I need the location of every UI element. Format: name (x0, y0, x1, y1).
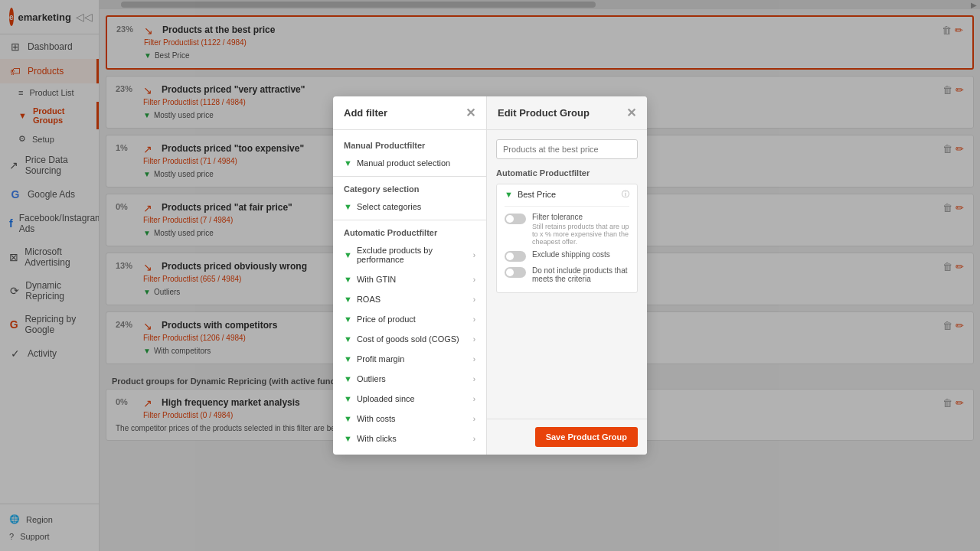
filter-main-row: ▼ Best Price ⓘ (505, 189, 629, 200)
filter-item-icon: ▼ (344, 394, 352, 403)
filter-options: Filter tolerance Still retains products … (505, 206, 629, 283)
filter-tolerance-desc: Still retains products that are up to x … (532, 223, 629, 246)
filter-item-label: Manual product selection (357, 158, 450, 168)
filter-item-label: Exclude products by performance (357, 246, 473, 264)
filter-item-left: ▼ Manual product selection (344, 158, 450, 168)
do-not-include-option: Do not include products that meets the c… (505, 266, 629, 283)
add-filter-title: Add filter (344, 107, 387, 119)
category-section-title: Category selection (333, 180, 486, 197)
exclude-shipping-option: Exclude shipping costs (505, 250, 629, 262)
auto-section-title: Automatic Productfilter (333, 223, 486, 240)
with-clicks-item[interactable]: ▼ With clicks › (333, 429, 486, 448)
edit-modal-close-button[interactable]: ✕ (626, 106, 636, 120)
filter-item-left: ▼ Outliers (344, 374, 386, 383)
info-icon: ⓘ (622, 189, 629, 200)
filter-item-label: Price of product (357, 315, 416, 324)
exclude-shipping-label: Exclude shipping costs (532, 250, 610, 259)
filter-item-left: ▼ Exclude products by performance (344, 246, 473, 264)
filter-item-icon: ▼ (344, 275, 352, 284)
filter-item-icon: ▼ (344, 158, 352, 168)
toggle-slider (505, 267, 526, 278)
edit-modal-header: Edit Product Group ✕ (487, 96, 647, 130)
filter-item-left: ▼ With clicks (344, 434, 397, 443)
filter-icon: ▼ (505, 190, 513, 199)
filter-item-label: Profit margin (357, 354, 404, 364)
modal-container: Add filter ✕ Manual Productfilter ▼ Manu… (333, 96, 647, 455)
filter-item-icon: ▼ (344, 374, 352, 383)
divider (333, 220, 486, 220)
filter-tolerance-label: Filter tolerance (532, 213, 629, 221)
toggle-slider (505, 214, 526, 224)
chevron-right-icon: › (473, 315, 475, 324)
manual-product-selection-item[interactable]: ▼ Manual product selection (333, 153, 486, 173)
filter-item-left: ▼ ROAS (344, 295, 381, 304)
profit-margin-item[interactable]: ▼ Profit margin › (333, 349, 486, 369)
filter-item-label: With GTIN (357, 275, 396, 284)
exclude-performance-item[interactable]: ▼ Exclude products by performance › (333, 240, 486, 269)
group-name-input[interactable] (496, 139, 638, 159)
filter-item-label: Select categories (357, 202, 421, 211)
filter-item-icon: ▼ (344, 354, 352, 364)
price-of-product-item[interactable]: ▼ Price of product › (333, 309, 486, 329)
filter-item-icon: ▼ (344, 295, 352, 304)
filter-item-icon: ▼ (344, 315, 352, 324)
add-filter-modal: Add filter ✕ Manual Productfilter ▼ Manu… (333, 96, 486, 455)
chevron-right-icon: › (473, 435, 475, 443)
filter-item-left: ▼ Price of product (344, 315, 416, 324)
save-product-group-button[interactable]: Save Product Group (535, 427, 638, 447)
with-gtin-item[interactable]: ▼ With GTIN › (333, 269, 486, 289)
filter-item-left: ▼ Uploaded since (344, 394, 415, 403)
chevron-right-icon: › (473, 335, 475, 344)
filter-item-label: With clicks (357, 434, 397, 443)
manual-filter-section-title: Manual Productfilter (333, 136, 486, 153)
filter-item-left: ▼ Cost of goods sold (COGS) (344, 334, 459, 344)
add-filter-modal-header: Add filter ✕ (333, 96, 486, 130)
best-price-filter: ▼ Best Price ⓘ Filter tolerance (496, 184, 638, 293)
chevron-right-icon: › (473, 415, 475, 423)
chevron-right-icon: › (473, 375, 475, 383)
filter-tolerance-toggle[interactable] (505, 214, 526, 224)
toggle-slider (505, 251, 526, 262)
filter-item-left: ▼ Select categories (344, 202, 421, 211)
filter-item-left: ▼ With GTIN (344, 275, 396, 284)
filter-option-text: Filter tolerance Still retains products … (532, 213, 629, 246)
edit-modal-title: Edit Product Group (498, 107, 590, 119)
add-filter-modal-body: Manual Productfilter ▼ Manual product se… (333, 130, 486, 455)
chevron-right-icon: › (473, 276, 475, 284)
edit-modal-body: Automatic Productfilter ▼ Best Price ⓘ (487, 130, 647, 419)
filter-tolerance-option: Filter tolerance Still retains products … (505, 213, 629, 246)
select-categories-item[interactable]: ▼ Select categories (333, 197, 486, 217)
filter-item-label: Uploaded since (357, 394, 415, 403)
edit-modal-footer: Save Product Group (487, 419, 647, 455)
chevron-right-icon: › (473, 251, 475, 259)
filter-item-icon: ▼ (344, 202, 352, 211)
filter-item-label: With costs (357, 414, 396, 423)
filter-item-icon: ▼ (344, 250, 352, 259)
do-not-include-toggle[interactable] (505, 267, 526, 278)
filter-item-left: ▼ Profit margin (344, 354, 404, 364)
edit-product-group-modal: Edit Product Group ✕ Automatic Productfi… (486, 96, 647, 455)
filter-name: Best Price (518, 190, 556, 199)
filter-item-left: ▼ With costs (344, 414, 396, 423)
add-filter-close-button[interactable]: ✕ (466, 106, 475, 120)
filter-item-label: ROAS (357, 295, 381, 304)
do-not-include-label: Do not include products that meets the c… (532, 266, 629, 283)
roas-item[interactable]: ▼ ROAS › (333, 289, 486, 309)
filter-item-icon: ▼ (344, 334, 352, 344)
divider (333, 176, 486, 177)
cogs-item[interactable]: ▼ Cost of goods sold (COGS) › (333, 329, 486, 349)
modal-overlay: Add filter ✕ Manual Productfilter ▼ Manu… (0, 0, 980, 551)
chevron-right-icon: › (473, 355, 475, 364)
uploaded-since-item[interactable]: ▼ Uploaded since › (333, 389, 486, 409)
chevron-right-icon: › (473, 295, 475, 304)
chevron-right-icon: › (473, 395, 475, 403)
filter-item-label: Outliers (357, 374, 386, 383)
filter-item-icon: ▼ (344, 434, 352, 443)
exclude-shipping-toggle[interactable] (505, 251, 526, 262)
outliers-item[interactable]: ▼ Outliers › (333, 369, 486, 389)
auto-productfilter-label: Automatic Productfilter (496, 168, 638, 178)
with-costs-item[interactable]: ▼ With costs › (333, 409, 486, 429)
filter-item-label: Cost of goods sold (COGS) (357, 334, 459, 344)
filter-item-icon: ▼ (344, 414, 352, 423)
